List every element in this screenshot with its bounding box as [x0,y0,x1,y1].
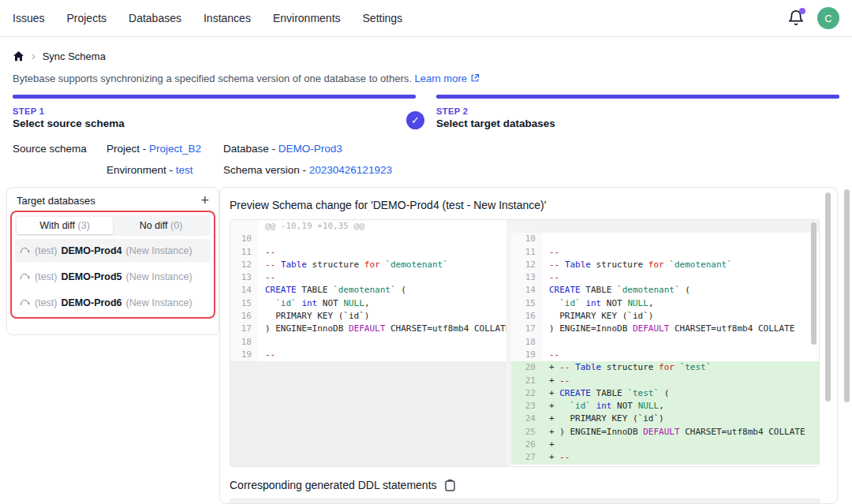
source-field-label: Schema version - [223,164,309,176]
diff-code-row: 14CREATE TABLE `demotenant` ( [230,284,506,297]
line-number: 19 [511,349,543,361]
line-number: 23 [511,400,543,413]
line-number: 20 [511,361,543,374]
db-environment-prefix: (test) [35,297,57,308]
code-line: -- [259,349,506,361]
diff-code-row: 10 [511,233,819,245]
line-number: 21 [511,375,543,387]
step-1-label: STEP 1 [13,106,416,116]
diff-code-row: 11-- [511,246,819,259]
code-line: + -- [543,375,819,387]
code-line [543,336,819,349]
diff-code-row: 17) ENGINE=InnoDB DEFAULT CHARSET=utf8mb… [511,323,819,335]
target-database-list: (test) DEMO-Prod4 (New Instance)(test) D… [15,239,211,314]
add-target-database-button[interactable]: + [200,194,209,207]
nav-item-instances[interactable]: Instances [204,12,251,24]
diff-code-row: 24+ PRIMARY KEY (`id`) [511,413,819,425]
db-name: DEMO-Prod6 [61,297,121,308]
code-line: CREATE TABLE `demotenant` ( [259,284,506,297]
nav-items: IssuesProjectsDatabasesInstancesEnvironm… [13,12,402,24]
source-field-value-link[interactable]: 20230426121923 [309,164,392,176]
ddl-section-header: Corresponding generated DDL statements [220,467,837,498]
nav-item-projects[interactable]: Projects [66,12,106,24]
mysql-icon [20,245,31,256]
code-line: -- [259,271,506,284]
code-line: -- [543,271,819,284]
target-databases-title: Target databases [17,195,95,207]
line-number: 26 [511,439,543,451]
diff-code-row: 11-- [230,246,506,259]
step-2-label: STEP 2 [436,106,839,116]
code-line: -- Table structure for `demotenant` [259,259,506,271]
line-number: 14 [511,284,543,297]
target-database-item[interactable]: (test) DEMO-Prod6 (New Instance) [15,291,211,314]
db-environment-prefix: (test) [35,271,57,282]
page-scrollbar-thumb[interactable] [844,189,850,402]
target-database-item[interactable]: (test) DEMO-Prod4 (New Instance) [15,239,211,262]
description-text: Bytebase supports synchronizing a specif… [13,73,412,84]
preview-panel: Preview Schema change for 'DEMO-Prod4 (t… [219,187,838,504]
step-1[interactable]: STEP 1 Select source schema ✓ [13,95,416,129]
code-line: @@ -10,19 +10,35 @@ [259,220,506,233]
code-line: -- [543,349,819,361]
external-link-icon [470,73,480,85]
tab-with-diff[interactable]: With diff (3) [17,217,113,234]
line-number: 25 [511,426,543,439]
source-field-value-link[interactable]: Project_B2 [149,143,201,155]
breadcrumb: › Sync Schema [0,37,852,62]
diff-code-row: 21+ -- [511,375,819,387]
avatar[interactable]: C [817,7,839,29]
tab-no-diff[interactable]: No diff (0) [113,217,209,234]
diff-spacer-row [511,220,819,233]
home-icon[interactable] [13,50,24,62]
step-1-title: Select source schema [13,118,416,129]
mysql-icon [20,297,31,308]
notification-dot [799,8,805,14]
diff-code-row: 22+ CREATE TABLE `test` ( [511,387,819,400]
source-field-label: Project - [106,143,149,155]
code-line: ) ENGINE=InnoDB DEFAULT CHARSET=utf8mb4 … [259,323,506,335]
learn-more-link[interactable]: Learn more [414,73,479,84]
db-environment-prefix: (test) [35,245,57,256]
line-number [230,220,259,233]
steps: STEP 1 Select source schema ✓ STEP 2 Sel… [0,85,852,129]
source-field-value-link[interactable]: DEMO-Prod3 [278,143,342,155]
source-schema-label: Source schema [13,143,106,176]
code-line: + CREATE TABLE `test` ( [543,387,819,400]
nav-item-environments[interactable]: Environments [273,12,341,24]
code-line: `id` int NOT NULL, [259,297,506,310]
diff-code-row: 18 [230,336,506,349]
step-2[interactable]: STEP 2 Select target databases [436,95,839,129]
step-1-check-icon: ✓ [406,111,424,129]
line-number: 10 [230,233,259,245]
step-2-title: Select target databases [436,118,839,129]
copy-icon[interactable] [444,479,456,491]
top-nav: IssuesProjectsDatabasesInstancesEnvironm… [0,0,852,37]
nav-item-databases[interactable]: Databases [129,12,181,24]
code-line: PRIMARY KEY (`id`) [259,310,506,323]
line-number: 18 [511,336,543,349]
nav-item-issues[interactable]: Issues [13,12,44,24]
target-database-item[interactable]: (test) DEMO-Prod5 (New Instance) [15,265,211,288]
code-line: + [543,439,819,451]
code-line: -- [259,246,506,259]
notification-bell-button[interactable] [787,9,805,27]
diff-code-row: 13-- [511,271,819,284]
source-schema-summary: Source schema Project - Project_B2Databa… [0,129,852,176]
code-line: + ) ENGINE=InnoDB DEFAULT CHARSET=utf8mb… [543,426,819,439]
diff-code-row: 19-- [230,349,506,361]
diff-pane-original: @@ -10,19 +10,35 @@1011--12-- Table stru… [230,220,511,466]
panel-scrollbar-thumb[interactable] [825,192,831,401]
line-number: 17 [230,323,259,335]
line-number: 18 [230,336,259,349]
source-field-value-link[interactable]: test [176,164,193,176]
line-number: 15 [230,297,259,310]
db-instance-suffix: (New Instance) [126,271,192,282]
diff-code-row: 20+ -- Table structure for `test` [511,361,819,374]
mysql-icon [20,271,31,282]
editor-scrollbar-thumb[interactable] [811,222,816,345]
line-number: 24 [511,413,543,425]
nav-item-settings[interactable]: Settings [363,12,403,24]
ddl-title: Corresponding generated DDL statements [230,479,437,491]
code-line [543,233,819,245]
